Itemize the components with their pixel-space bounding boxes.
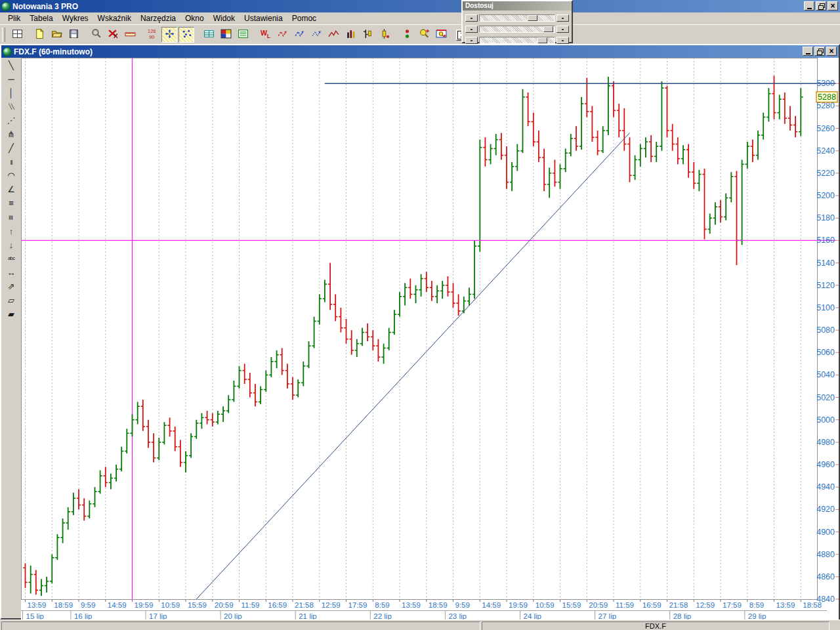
svg-text:29 lip: 29 lip [748, 612, 766, 620]
pointer-tool-icon: ⇗ [8, 282, 15, 291]
menu-okno[interactable]: Okno [180, 13, 209, 24]
tool-eraser[interactable]: ▱ [3, 293, 20, 307]
svg-text:22 lip: 22 lip [373, 612, 392, 620]
toolbar-new-file-button[interactable] [32, 27, 47, 43]
tool-fibonacci-arcs[interactable]: ◠ [3, 169, 20, 182]
slider-left-button[interactable] [465, 14, 478, 22]
tool-arrow-up[interactable]: ↑ [3, 224, 20, 238]
toolbar-open-folder-button[interactable] [49, 27, 64, 43]
chart-close-button[interactable]: × [826, 47, 837, 56]
slider-track[interactable] [479, 37, 555, 44]
svg-text:5060: 5060 [816, 348, 835, 357]
toolbar-ohlc-chart-button[interactable] [360, 27, 375, 43]
svg-text:18:58: 18:58 [803, 601, 822, 609]
toolbar-zigzag-blue-button[interactable] [291, 27, 307, 43]
toolbar-window-layout-button[interactable] [9, 27, 25, 43]
horizontal-arrow-icon: ↔ [7, 268, 16, 277]
svg-text:16:59: 16:59 [642, 601, 662, 609]
svg-text:9:59: 9:59 [81, 601, 95, 609]
tool-eraser-all[interactable]: ▰ [3, 307, 20, 321]
menu-plik[interactable]: Plik [3, 13, 25, 24]
menu-ustawienia[interactable]: Ustawienia [240, 13, 287, 24]
tool-trend-line-up[interactable]: ╱ [3, 141, 20, 155]
toolbar-zigzag-red-button[interactable] [274, 27, 290, 43]
tool-fibonacci-retracement[interactable]: ≡ [3, 196, 20, 210]
slider-thumb[interactable] [528, 15, 537, 21]
svg-text:8:59: 8:59 [375, 601, 389, 609]
slider-track[interactable] [479, 14, 555, 22]
restore-icon [817, 49, 823, 54]
minimize-button[interactable] [804, 1, 814, 10]
tool-pitchfork[interactable]: ⋔ [3, 127, 20, 141]
tool-text-tool[interactable]: abc [3, 252, 20, 266]
toolbar-crosshair-button[interactable] [161, 27, 177, 43]
dostosuj-slider-row [465, 25, 569, 33]
toolbar-save-button[interactable] [66, 27, 81, 43]
tool-vertical-line[interactable]: │ [3, 86, 20, 100]
svg-text:5020: 5020 [816, 393, 835, 402]
slider-thumb[interactable] [537, 37, 547, 43]
toolbar-separator [395, 28, 396, 42]
menu-pomoc[interactable]: Pomoc [287, 13, 321, 24]
menu-widok[interactable]: Widok [209, 13, 240, 24]
restore-button[interactable] [816, 1, 826, 10]
dostosuj-panel[interactable]: Dostosuj [461, 0, 573, 43]
tool-parallel-lines[interactable]: ╲╲ [3, 100, 20, 114]
menu-narz-dzia[interactable]: Narzędzia [136, 13, 180, 24]
slider-track[interactable] [479, 26, 555, 33]
toolbar-list-view-button[interactable] [235, 27, 251, 43]
svg-text:12:59: 12:59 [696, 601, 715, 609]
toolbar-handle[interactable] [2, 28, 5, 42]
tool-arrow-down[interactable]: ↓ [3, 238, 20, 252]
toolbar-bid-ask-dots-button[interactable] [399, 27, 415, 43]
toolbar-delete-drawing-button[interactable] [105, 27, 121, 43]
svg-text:24 lip: 24 lip [524, 612, 542, 620]
toolbar-zoom-button[interactable] [88, 27, 104, 43]
menu-tabela[interactable]: Tabela [25, 13, 57, 24]
tool-horizontal-line[interactable]: ─ [3, 72, 20, 86]
tool-pointer-tool[interactable]: ⇗ [3, 280, 20, 293]
slider-left-button[interactable] [465, 37, 478, 44]
chart-restore-button[interactable] [814, 47, 825, 56]
slider-right-button[interactable] [556, 37, 569, 44]
toolbar-price-scale-button[interactable]: 12690 [144, 27, 160, 43]
app-icon [1, 2, 10, 11]
tool-horizontal-arrow[interactable]: ↔ [3, 266, 20, 280]
dostosuj-title: Dostosuj [463, 1, 572, 10]
slider-right-button[interactable] [556, 14, 569, 22]
toolbar-candlestick-chart-button[interactable] [377, 27, 392, 43]
toolbar-zigzag-blue-dashed-button[interactable] [308, 27, 324, 43]
svg-text:5080: 5080 [816, 326, 835, 335]
tool-trend-line[interactable]: ╲ [3, 58, 20, 72]
vertical-grid-icon: ||| [10, 159, 12, 165]
svg-text:10:59: 10:59 [536, 601, 555, 609]
tool-fan-lines[interactable]: ⋰ [3, 114, 20, 127]
tool-gann-fan[interactable]: ∠ [3, 182, 20, 196]
toolbar-heatmap-table-button[interactable] [218, 27, 234, 43]
toolbar-quote-table-button[interactable] [201, 27, 217, 43]
restore-icon [818, 3, 824, 9]
toolbar-separator [253, 28, 255, 42]
toolbar-ruler-button[interactable] [122, 27, 138, 43]
chart-minimize-button[interactable] [803, 47, 813, 56]
toolbar-bar-chart-button[interactable] [343, 27, 358, 43]
tool-vertical-grid[interactable]: ||| [3, 155, 20, 169]
statusbar: FDX.F [0, 620, 840, 630]
slider-left-button[interactable] [465, 26, 478, 33]
svg-text:5040: 5040 [816, 370, 835, 379]
quote-table-icon [203, 28, 215, 41]
toolbar-line-chart-button[interactable] [326, 27, 341, 43]
price-chart[interactable]: 5300528052605240522052005180516051405120… [21, 58, 839, 621]
toolbar-zoom-in-button[interactable] [416, 27, 432, 43]
slider-right-button[interactable] [556, 26, 569, 33]
close-button[interactable]: × [828, 1, 838, 10]
status-message-panel [1, 621, 480, 630]
toolbar-zoom-area-button[interactable] [433, 27, 449, 43]
menu-wska-nik[interactable]: Wskaźnik [93, 13, 136, 24]
arrow-down-icon: ↓ [9, 241, 14, 249]
menu-wykres[interactable]: Wykres [58, 13, 93, 24]
tool-fibonacci-time-zones[interactable]: ≡ [3, 211, 20, 224]
toolbar-snap-points-button[interactable] [178, 27, 194, 43]
slider-thumb[interactable] [543, 26, 553, 32]
toolbar-wl-indicator-button[interactable]: WL [257, 27, 273, 43]
